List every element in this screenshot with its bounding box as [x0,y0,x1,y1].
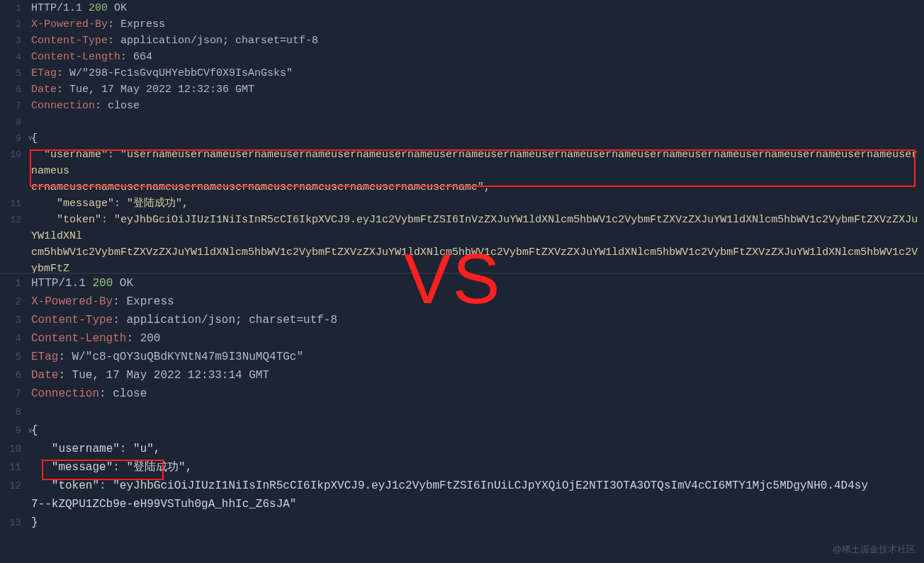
line-4: 4 Content-Length: 200 [0,329,924,348]
fold-icon[interactable]: ∨ [28,421,33,440]
header-name: Content-Length [31,51,120,63]
line-12: 12 "token": "eyJhbGciOiJIUzI1NiIsInR5cCI… [0,477,924,495]
line-11: 11 "message": "登陆成功", [0,458,924,477]
line-number: 4 [0,49,26,65]
line-number: 12 [0,212,26,228]
line-number: 7 [0,385,26,403]
line-5: 5 ETag: W/"c8-qOY3uQBdKYNtN47m9I3NuMQ4TG… [0,348,924,366]
json-value-username: "u", [133,443,160,455]
line-13: 13 } [0,513,924,532]
header-name: Content-Type [31,35,108,47]
vs-comparison-label: VS [404,238,501,319]
line-number: 6 [0,366,26,385]
header-name: Date [31,84,57,96]
line-number: 7 [0,98,26,114]
header-value: Tue, 17 May 2022 12:32:36 GMT [69,84,254,96]
line-number: 11 [0,458,26,477]
json-key-token: "token" [57,214,101,226]
line-10: 10 "username": "usernameusernameusername… [0,147,924,179]
header-value: W/"c8-qOY3uQBdKYNtN47m9I3NuMQ4TGc" [72,351,303,363]
line-number: 8 [0,114,26,130]
json-value-token: "eyJhbGciOiJIUzI1NiIsInR5cCI6IkpXVCJ9.ey… [113,479,868,492]
line-8: 8 [0,403,924,421]
header-name: ETag [31,67,57,79]
line-number: 1 [0,0,26,16]
http-ok: OK [114,2,127,14]
header-value: Express [120,18,165,30]
json-value-username: "usernameusernameusernameusernameusernam… [31,149,918,177]
line-number: 5 [0,65,26,81]
line-2: 2 X-Powered-By: Express [0,16,924,33]
json-key-token: "token" [52,479,99,492]
line-number: 10 [0,147,26,163]
line-9: 9∨ { [0,421,924,440]
line-number: 3 [0,311,26,329]
http-protocol: HTTP/1.1 [31,2,82,14]
line-10: 10 "username": "u", [0,440,924,458]
header-value: application/json; charset=utf-8 [126,314,337,326]
http-protocol: HTTP/1.1 [31,277,86,290]
header-value: W/"298-Fc1sGvqUHYebbCVf0X9IsAnGsks" [69,67,293,79]
line-4: 4 Content-Length: 664 [0,49,924,65]
json-value-message: "登陆成功", [127,198,188,210]
line-5: 5 ETag: W/"298-Fc1sGvqUHYebbCVf0X9IsAnGs… [0,65,924,81]
line-number: 2 [0,292,26,311]
json-key-message: "message" [57,198,114,210]
line-number: 3 [0,33,26,49]
json-value-username-wrap: ernameusernameusernameusernameusernameus… [31,181,490,193]
json-key-message: "message" [52,461,113,474]
header-value: Tue, 17 May 2022 12:33:14 GMT [72,369,269,382]
json-key-username: "username" [52,443,120,455]
line-9: 9∨ { [0,130,924,147]
header-name: ETag [31,351,58,363]
line-number: 11 [0,195,26,212]
line-number: 5 [0,348,26,366]
http-status: 200 [92,277,113,290]
line-10-wrap: ernameusernameusernameusernameusernameus… [0,179,924,195]
line-12-wrap: 7--kZQPU1ZCb9e-eH99VSTuh0gA_hhIc_Z6sJA" [0,495,924,513]
line-3: 3 Content-Type: application/json; charse… [0,33,924,49]
header-name: Content-Type [31,314,113,326]
header-name: Connection [31,387,99,400]
header-value: close [108,100,140,112]
header-value: close [113,387,147,400]
line-number: 1 [0,274,26,292]
header-name: Date [31,369,58,382]
json-value-token-wrap: 7--kZQPU1ZCb9e-eH99VSTuh0gA_hhIc_Z6sJA" [31,498,296,511]
header-name: X-Powered-By [31,18,108,30]
line-number: 10 [0,440,26,458]
json-value-message: "登陆成功", [126,461,192,474]
line-number: 8 [0,403,26,421]
watermark: @稀土掘金技术社区 [833,543,915,556]
line-6: 6 Date: Tue, 17 May 2022 12:32:36 GMT [0,81,924,98]
header-name: Connection [31,100,95,112]
header-name: X-Powered-By [31,295,113,308]
header-value: 664 [133,51,152,63]
json-key-username: "username" [44,149,108,161]
line-11: 11 "message": "登陆成功", [0,195,924,212]
line-7: 7 Connection: close [0,385,924,403]
line-1: 1 HTTP/1.1 200 OK [0,0,924,16]
header-value: 200 [140,332,161,345]
line-number: 9∨ [0,421,26,440]
http-ok: OK [120,277,133,290]
line-number: 6 [0,81,26,98]
http-status: 200 [89,2,108,14]
line-6: 6 Date: Tue, 17 May 2022 12:33:14 GMT [0,366,924,385]
line-number: 2 [0,16,26,33]
line-number: 4 [0,329,26,348]
header-value: Express [126,295,174,308]
line-number: 13 [0,513,26,532]
http-response-top: 1 HTTP/1.1 200 OK 2 X-Powered-By: Expres… [0,0,924,273]
header-name: Content-Length [31,332,126,345]
line-8: 8 [0,114,924,130]
line-7: 7 Connection: close [0,98,924,114]
line-number: 9∨ [0,130,26,147]
fold-icon[interactable]: ∨ [28,130,33,147]
line-number: 12 [0,477,26,495]
header-value: application/json; charset=utf-8 [120,35,318,47]
